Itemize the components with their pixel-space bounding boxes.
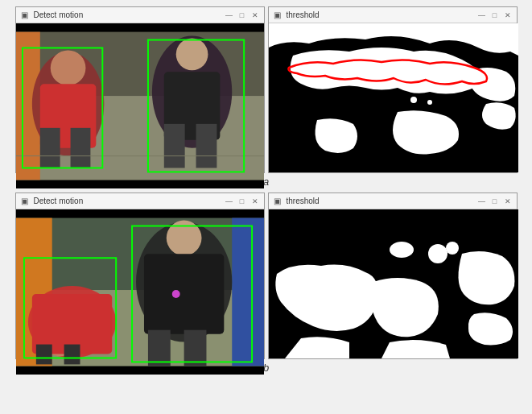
svg-point-33: [171, 290, 179, 298]
titlebar-threshold-top: ▣ threshold — □ ✕: [269, 7, 517, 23]
minimize-threshold-top[interactable]: —: [476, 10, 488, 21]
svg-point-38: [446, 242, 459, 255]
threshold-bottom-content: [269, 209, 518, 358]
svg-rect-26: [35, 345, 52, 365]
close-detect-top[interactable]: ✕: [250, 10, 261, 21]
camera-bottom-svg: [16, 209, 264, 375]
svg-point-18: [427, 100, 432, 105]
svg-point-9: [175, 39, 208, 71]
svg-point-37: [428, 244, 447, 263]
windows-row-b: ▣ Detect motion — □ ✕: [6, 193, 526, 359]
threshold-top-title: threshold: [287, 10, 473, 19]
svg-rect-11: [163, 124, 184, 168]
threshold-top-svg: [269, 23, 518, 172]
svg-rect-31: [147, 330, 170, 366]
threshold-bottom-title: threshold: [287, 197, 473, 205]
maximize-detect-top[interactable]: □: [237, 10, 248, 21]
svg-rect-12: [196, 124, 217, 168]
window-icon-threshold-bottom: ▣: [272, 196, 283, 207]
detect-motion-top-window: ▣ Detect motion — □ ✕: [15, 6, 265, 173]
minimize-detect-bottom[interactable]: —: [224, 196, 235, 207]
row-a-label: a: [263, 176, 269, 188]
window-icon-detect-bottom: ▣: [19, 196, 31, 207]
svg-rect-27: [64, 345, 80, 365]
titlebar-controls-threshold-top: — □ ✕: [476, 10, 513, 21]
detect-top-content: [16, 23, 264, 188]
row-a: ▣ Detect motion — □ ✕: [6, 6, 526, 193]
svg-point-4: [50, 50, 85, 85]
row-b: ▣ Detect motion — □ ✕: [6, 193, 526, 379]
titlebar-controls-detect-bottom: — □ ✕: [224, 196, 261, 207]
minimize-detect-top[interactable]: —: [224, 10, 235, 21]
titlebar-controls-threshold-bottom: — □ ✕: [476, 196, 513, 207]
detect-motion-bottom-window: ▣ Detect motion — □ ✕: [15, 193, 265, 359]
windows-row-a: ▣ Detect motion — □ ✕: [6, 6, 526, 173]
titlebar-detect-bottom: ▣ Detect motion — □ ✕: [16, 193, 264, 209]
camera-top-svg: [16, 23, 264, 188]
window-icon-threshold-top: ▣: [272, 10, 283, 21]
titlebar-controls-detect-top: — □ ✕: [224, 10, 261, 21]
close-threshold-bottom[interactable]: ✕: [502, 196, 513, 207]
close-threshold-top[interactable]: ✕: [502, 10, 513, 21]
window-icon-detect-top: ▣: [19, 10, 31, 21]
detect-bottom-content: [16, 209, 264, 375]
svg-rect-6: [39, 128, 60, 168]
close-detect-bottom[interactable]: ✕: [250, 196, 261, 207]
threshold-bottom-svg: [269, 209, 518, 358]
threshold-bottom-window: ▣ threshold — □ ✕: [268, 193, 518, 359]
svg-rect-32: [184, 330, 206, 366]
svg-rect-7: [70, 128, 90, 168]
minimize-threshold-bottom[interactable]: —: [476, 196, 488, 207]
maximize-threshold-bottom[interactable]: □: [489, 196, 501, 207]
svg-point-39: [390, 242, 414, 258]
threshold-top-content: [269, 23, 518, 172]
detect-bottom-title: Detect motion: [34, 197, 221, 205]
svg-point-17: [410, 97, 417, 103]
detect-top-title: Detect motion: [34, 10, 221, 19]
maximize-threshold-top[interactable]: □: [489, 10, 501, 21]
svg-rect-22: [232, 218, 264, 366]
row-b-label: b: [263, 362, 269, 374]
svg-rect-30: [143, 254, 223, 333]
titlebar-threshold-bottom: ▣ threshold — □ ✕: [269, 193, 517, 209]
titlebar-detect-top: ▣ Detect motion — □ ✕: [16, 7, 264, 23]
threshold-top-window: ▣ threshold — □ ✕: [268, 6, 518, 173]
maximize-detect-bottom[interactable]: □: [237, 196, 248, 207]
